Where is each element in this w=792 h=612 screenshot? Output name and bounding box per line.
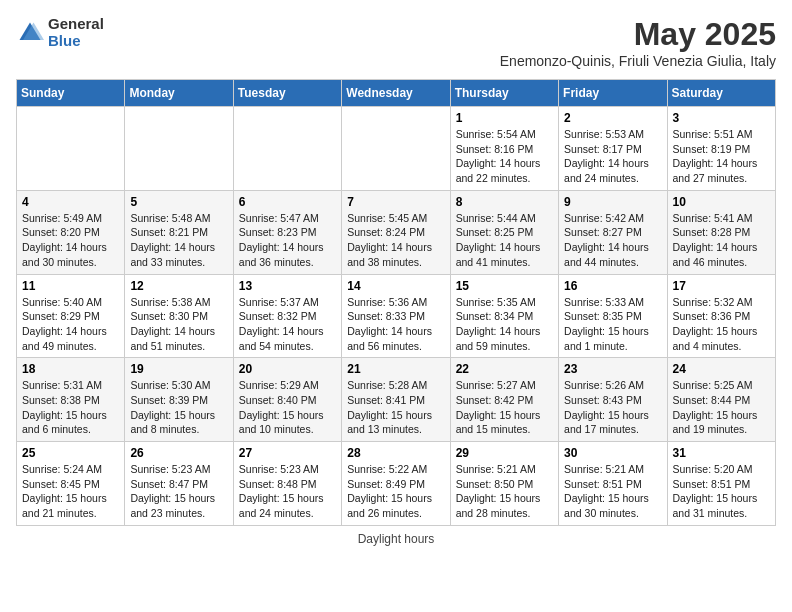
calendar-cell: 16Sunrise: 5:33 AM Sunset: 8:35 PM Dayli… [559,274,667,358]
day-data: Sunrise: 5:28 AM Sunset: 8:41 PM Dayligh… [347,378,444,437]
day-data: Sunrise: 5:32 AM Sunset: 8:36 PM Dayligh… [673,295,770,354]
day-number: 29 [456,446,553,460]
day-number: 20 [239,362,336,376]
day-number: 10 [673,195,770,209]
calendar-cell: 3Sunrise: 5:51 AM Sunset: 8:19 PM Daylig… [667,107,775,191]
calendar-cell: 21Sunrise: 5:28 AM Sunset: 8:41 PM Dayli… [342,358,450,442]
day-number: 28 [347,446,444,460]
day-number: 15 [456,279,553,293]
day-data: Sunrise: 5:36 AM Sunset: 8:33 PM Dayligh… [347,295,444,354]
day-number: 7 [347,195,444,209]
calendar-week-row: 4Sunrise: 5:49 AM Sunset: 8:20 PM Daylig… [17,190,776,274]
calendar-cell: 11Sunrise: 5:40 AM Sunset: 8:29 PM Dayli… [17,274,125,358]
calendar-cell: 31Sunrise: 5:20 AM Sunset: 8:51 PM Dayli… [667,442,775,526]
calendar-cell: 9Sunrise: 5:42 AM Sunset: 8:27 PM Daylig… [559,190,667,274]
day-data: Sunrise: 5:26 AM Sunset: 8:43 PM Dayligh… [564,378,661,437]
calendar-cell: 19Sunrise: 5:30 AM Sunset: 8:39 PM Dayli… [125,358,233,442]
weekday-header-sunday: Sunday [17,80,125,107]
day-data: Sunrise: 5:48 AM Sunset: 8:21 PM Dayligh… [130,211,227,270]
day-number: 12 [130,279,227,293]
day-number: 1 [456,111,553,125]
day-data: Sunrise: 5:45 AM Sunset: 8:24 PM Dayligh… [347,211,444,270]
calendar-cell: 17Sunrise: 5:32 AM Sunset: 8:36 PM Dayli… [667,274,775,358]
day-number: 22 [456,362,553,376]
day-number: 24 [673,362,770,376]
day-number: 19 [130,362,227,376]
calendar-cell: 24Sunrise: 5:25 AM Sunset: 8:44 PM Dayli… [667,358,775,442]
day-data: Sunrise: 5:25 AM Sunset: 8:44 PM Dayligh… [673,378,770,437]
day-data: Sunrise: 5:21 AM Sunset: 8:51 PM Dayligh… [564,462,661,521]
day-data: Sunrise: 5:31 AM Sunset: 8:38 PM Dayligh… [22,378,119,437]
day-data: Sunrise: 5:33 AM Sunset: 8:35 PM Dayligh… [564,295,661,354]
calendar-cell: 1Sunrise: 5:54 AM Sunset: 8:16 PM Daylig… [450,107,558,191]
day-data: Sunrise: 5:38 AM Sunset: 8:30 PM Dayligh… [130,295,227,354]
day-data: Sunrise: 5:23 AM Sunset: 8:47 PM Dayligh… [130,462,227,521]
calendar-week-row: 1Sunrise: 5:54 AM Sunset: 8:16 PM Daylig… [17,107,776,191]
weekday-header-tuesday: Tuesday [233,80,341,107]
day-number: 25 [22,446,119,460]
calendar-cell: 13Sunrise: 5:37 AM Sunset: 8:32 PM Dayli… [233,274,341,358]
month-year-title: May 2025 [500,16,776,53]
location-subtitle: Enemonzo-Quinis, Friuli Venezia Giulia, … [500,53,776,69]
title-section: May 2025 Enemonzo-Quinis, Friuli Venezia… [500,16,776,69]
calendar-cell: 6Sunrise: 5:47 AM Sunset: 8:23 PM Daylig… [233,190,341,274]
day-number: 8 [456,195,553,209]
day-data: Sunrise: 5:29 AM Sunset: 8:40 PM Dayligh… [239,378,336,437]
day-data: Sunrise: 5:40 AM Sunset: 8:29 PM Dayligh… [22,295,119,354]
calendar-cell: 12Sunrise: 5:38 AM Sunset: 8:30 PM Dayli… [125,274,233,358]
calendar-cell: 14Sunrise: 5:36 AM Sunset: 8:33 PM Dayli… [342,274,450,358]
day-number: 31 [673,446,770,460]
calendar-cell: 27Sunrise: 5:23 AM Sunset: 8:48 PM Dayli… [233,442,341,526]
calendar-week-row: 25Sunrise: 5:24 AM Sunset: 8:45 PM Dayli… [17,442,776,526]
day-data: Sunrise: 5:54 AM Sunset: 8:16 PM Dayligh… [456,127,553,186]
calendar-cell: 26Sunrise: 5:23 AM Sunset: 8:47 PM Dayli… [125,442,233,526]
weekday-header-row: SundayMondayTuesdayWednesdayThursdayFrid… [17,80,776,107]
weekday-header-friday: Friday [559,80,667,107]
calendar-cell: 20Sunrise: 5:29 AM Sunset: 8:40 PM Dayli… [233,358,341,442]
day-data: Sunrise: 5:42 AM Sunset: 8:27 PM Dayligh… [564,211,661,270]
logo-icon [16,19,44,47]
logo-general-text: General [48,16,104,33]
day-number: 14 [347,279,444,293]
calendar-cell: 7Sunrise: 5:45 AM Sunset: 8:24 PM Daylig… [342,190,450,274]
calendar-cell: 18Sunrise: 5:31 AM Sunset: 8:38 PM Dayli… [17,358,125,442]
day-data: Sunrise: 5:24 AM Sunset: 8:45 PM Dayligh… [22,462,119,521]
calendar-cell [17,107,125,191]
logo-blue-text: Blue [48,33,104,50]
calendar-cell: 23Sunrise: 5:26 AM Sunset: 8:43 PM Dayli… [559,358,667,442]
day-data: Sunrise: 5:20 AM Sunset: 8:51 PM Dayligh… [673,462,770,521]
calendar-cell: 5Sunrise: 5:48 AM Sunset: 8:21 PM Daylig… [125,190,233,274]
calendar-cell: 28Sunrise: 5:22 AM Sunset: 8:49 PM Dayli… [342,442,450,526]
calendar-cell [125,107,233,191]
calendar-cell: 4Sunrise: 5:49 AM Sunset: 8:20 PM Daylig… [17,190,125,274]
logo: General Blue [16,16,104,49]
weekday-header-thursday: Thursday [450,80,558,107]
day-data: Sunrise: 5:37 AM Sunset: 8:32 PM Dayligh… [239,295,336,354]
calendar-cell: 22Sunrise: 5:27 AM Sunset: 8:42 PM Dayli… [450,358,558,442]
footer-daylight: Daylight hours [16,532,776,546]
calendar-cell [233,107,341,191]
day-data: Sunrise: 5:53 AM Sunset: 8:17 PM Dayligh… [564,127,661,186]
day-data: Sunrise: 5:23 AM Sunset: 8:48 PM Dayligh… [239,462,336,521]
day-data: Sunrise: 5:51 AM Sunset: 8:19 PM Dayligh… [673,127,770,186]
day-data: Sunrise: 5:49 AM Sunset: 8:20 PM Dayligh… [22,211,119,270]
day-number: 2 [564,111,661,125]
day-number: 6 [239,195,336,209]
day-number: 17 [673,279,770,293]
day-number: 13 [239,279,336,293]
day-number: 3 [673,111,770,125]
page-header: General Blue May 2025 Enemonzo-Quinis, F… [16,16,776,69]
calendar-cell: 8Sunrise: 5:44 AM Sunset: 8:25 PM Daylig… [450,190,558,274]
day-number: 4 [22,195,119,209]
day-data: Sunrise: 5:21 AM Sunset: 8:50 PM Dayligh… [456,462,553,521]
day-data: Sunrise: 5:44 AM Sunset: 8:25 PM Dayligh… [456,211,553,270]
day-data: Sunrise: 5:35 AM Sunset: 8:34 PM Dayligh… [456,295,553,354]
day-number: 30 [564,446,661,460]
calendar-cell: 15Sunrise: 5:35 AM Sunset: 8:34 PM Dayli… [450,274,558,358]
calendar-week-row: 11Sunrise: 5:40 AM Sunset: 8:29 PM Dayli… [17,274,776,358]
weekday-header-monday: Monday [125,80,233,107]
calendar-cell: 30Sunrise: 5:21 AM Sunset: 8:51 PM Dayli… [559,442,667,526]
day-number: 23 [564,362,661,376]
day-number: 16 [564,279,661,293]
day-number: 5 [130,195,227,209]
